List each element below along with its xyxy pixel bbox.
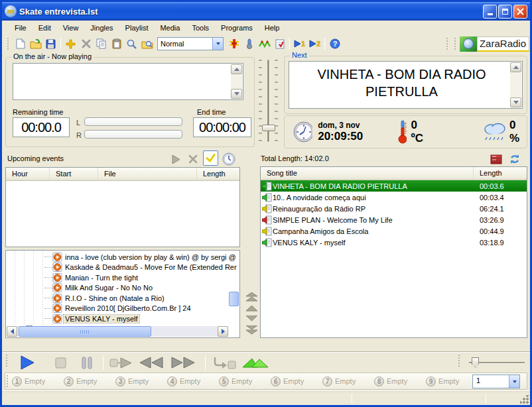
playlist-row[interactable]: VINHETA - BOM DIA RADIO PIETRULLA 00:03.… <box>261 180 527 192</box>
jingle-slot-5[interactable]: 5Empty <box>219 377 271 386</box>
title-bar[interactable]: ZR Skate entrevista.lst <box>2 2 530 21</box>
mixer-button[interactable] <box>226 36 241 51</box>
transport-grip[interactable] <box>6 355 9 367</box>
col-song-length[interactable]: Length <box>474 167 527 180</box>
delete-button[interactable] <box>78 36 94 51</box>
playlist-row[interactable]: Reinauguração da Rádio RP 06:24.1 <box>261 203 527 214</box>
search-button[interactable] <box>124 36 139 51</box>
close-button[interactable] <box>513 5 527 19</box>
jingle-slot-7[interactable]: 7Empty <box>322 377 374 386</box>
main-volume-fader[interactable] <box>257 58 280 146</box>
slotbar-grip[interactable] <box>7 375 9 387</box>
menu-programs[interactable]: Programs <box>215 21 259 35</box>
jingle-slot-2[interactable]: 2Empty <box>64 377 115 386</box>
now-playing-scrollbar[interactable] <box>231 64 242 99</box>
playlist-row[interactable]: 10.. A novidade começa aqui 00:03.4 <box>261 192 527 203</box>
loop-button[interactable] <box>210 354 238 371</box>
file-browser[interactable]: inna - love (club version by play & win)… <box>5 250 240 338</box>
vu-meter-button[interactable] <box>241 36 257 51</box>
tree-vscroll-thumb[interactable] <box>229 292 239 306</box>
slider-thumb[interactable] <box>472 357 479 368</box>
tree-item-label[interactable]: Milk And Sugar - No No No <box>64 284 154 292</box>
playlist-row[interactable]: SIMPLE PLAN - Welcome To My Life 03:26.9 <box>261 214 527 225</box>
resize-grip[interactable] <box>520 395 529 404</box>
next-scrollbar[interactable] <box>510 62 521 107</box>
playlist-row[interactable]: Campanha Amigos da Escola 00:44.9 <box>261 225 527 237</box>
jingle-slot-6[interactable]: 6Empty <box>271 377 322 386</box>
tree-hscrollbar[interactable] <box>7 326 228 337</box>
event-log-button[interactable] <box>272 36 287 51</box>
jingle-slot-3[interactable]: 3Empty <box>115 377 167 386</box>
crossfade-button[interactable] <box>257 36 272 51</box>
play-next-button[interactable] <box>107 354 135 371</box>
jingle-slot-1[interactable]: 1Empty <box>12 377 64 386</box>
toolbar-grip[interactable] <box>7 38 10 50</box>
scroll-left-icon[interactable] <box>7 326 17 337</box>
new-playlist-button[interactable] <box>13 36 28 51</box>
menu-help[interactable]: Help <box>259 21 286 35</box>
move-bottom-icon[interactable] <box>246 325 257 335</box>
menu-media[interactable]: Media <box>154 21 186 35</box>
play-1-button[interactable]: 1 <box>292 36 307 51</box>
playlist-row[interactable]: VENUS KALY - myself 03:18.9 <box>261 237 527 248</box>
transport-grip[interactable] <box>458 355 461 367</box>
play-2-button[interactable]: 2 <box>307 36 322 51</box>
help-button[interactable]: ? <box>327 36 342 51</box>
fader-thumb[interactable] <box>262 125 275 131</box>
mode-select[interactable]: Normal <box>157 37 224 50</box>
maximize-button[interactable] <box>498 5 512 19</box>
scroll-down-icon[interactable] <box>510 97 521 107</box>
tree-hscroll-thumb[interactable] <box>19 326 151 337</box>
open-button[interactable] <box>28 36 43 51</box>
tree-item-label[interactable]: inna - love (club version by play & win)… <box>64 253 237 261</box>
col-hour[interactable]: Hour <box>6 168 50 180</box>
minimize-button[interactable] <box>483 5 497 19</box>
chevron-down-icon[interactable] <box>509 375 519 388</box>
move-top-icon[interactable] <box>246 292 257 302</box>
play-event-button[interactable] <box>168 150 184 168</box>
next-track-box[interactable]: VINHETA - BOM DIA RADIO PIETRULLA <box>289 61 523 109</box>
tree-item-label[interactable]: Kaskade & Deadmau5 - Move For Me (Extend… <box>64 263 238 271</box>
tree-item-label[interactable]: Reveillon 2010[ DjGilberto.Com.Br ] 24 <box>64 304 192 312</box>
jingle-slot-8[interactable]: 8Empty <box>374 377 426 386</box>
pause-button[interactable] <box>75 354 99 371</box>
event-time-button[interactable] <box>221 150 237 168</box>
tree-item-label[interactable]: VENUS KALY - myself <box>64 315 139 323</box>
menu-tools[interactable]: Tools <box>186 21 215 35</box>
fast-forward-button[interactable] <box>168 354 198 371</box>
list-button[interactable] <box>488 150 503 168</box>
move-up-icon[interactable] <box>246 306 257 312</box>
scroll-up-icon[interactable] <box>231 64 242 74</box>
col-song-title[interactable]: Song title <box>261 167 474 180</box>
upcoming-events-table[interactable]: Hour Start File Length <box>5 167 240 247</box>
rewind-button[interactable] <box>136 354 166 371</box>
play-button[interactable] <box>15 354 39 371</box>
toolbar-grip[interactable] <box>446 38 449 50</box>
save-button[interactable] <box>43 36 58 51</box>
delete-event-button[interactable] <box>185 150 201 168</box>
copy-button[interactable] <box>94 36 109 51</box>
jingle-bank-select[interactable]: 1 <box>472 375 520 388</box>
menu-jingles[interactable]: Jingles <box>84 21 119 35</box>
menu-playlist[interactable]: Playlist <box>119 21 155 35</box>
transport-volume-slider[interactable] <box>466 356 526 369</box>
menu-view[interactable]: View <box>57 21 85 35</box>
col-start[interactable]: Start <box>50 168 98 180</box>
stop-button[interactable] <box>48 354 72 371</box>
add-file-button[interactable] <box>63 36 78 51</box>
events-enabled-toggle[interactable] <box>203 150 218 166</box>
scroll-down-icon[interactable] <box>231 89 242 99</box>
search-folder-button[interactable] <box>139 36 155 51</box>
toolbar-grip[interactable] <box>454 38 457 50</box>
tree-item-label[interactable]: Manian - Turn the tight <box>64 274 139 282</box>
menu-file[interactable]: File <box>9 21 33 35</box>
col-length[interactable]: Length <box>197 168 239 180</box>
refresh-button[interactable] <box>507 150 523 168</box>
move-down-icon[interactable] <box>246 316 257 321</box>
menu-edit[interactable]: Edit <box>33 21 57 35</box>
scroll-right-icon[interactable] <box>218 326 228 337</box>
now-playing-list[interactable] <box>13 63 243 100</box>
paste-button[interactable] <box>109 36 124 51</box>
playlist-table[interactable]: Song title Length VINHETA - BOM DIA RADI… <box>260 166 527 338</box>
jingle-slot-9[interactable]: 9Empty <box>426 377 478 386</box>
